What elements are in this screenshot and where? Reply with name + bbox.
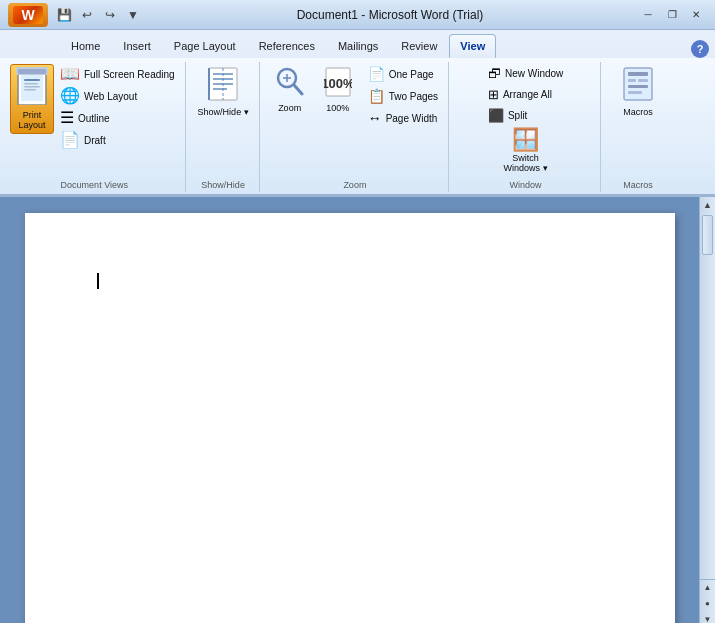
svg-rect-26	[628, 91, 642, 94]
scroll-track[interactable]	[700, 213, 715, 579]
ribbon-content: PrintLayout 📖 Full Screen Reading 🌐 Web …	[0, 58, 715, 196]
one-page-icon: 📄	[368, 66, 385, 82]
svg-rect-3	[24, 83, 38, 85]
one-page-button[interactable]: 📄 One Page	[364, 64, 442, 84]
save-quick-button[interactable]: 💾	[54, 5, 74, 25]
outline-button[interactable]: ☰ Outline	[56, 108, 179, 128]
full-screen-reading-button[interactable]: 📖 Full Screen Reading	[56, 64, 179, 84]
zoom-100-icon: 100%	[324, 66, 352, 103]
switch-windows-button[interactable]: 🪟 SwitchWindows ▾	[496, 125, 556, 176]
split-button[interactable]: ⬛ Split	[484, 106, 531, 125]
document-area: ▲ ▲ ● ▼ ▼	[0, 197, 715, 623]
web-layout-button[interactable]: 🌐 Web Layout	[56, 86, 179, 106]
office-button[interactable]: W	[8, 3, 48, 27]
svg-rect-1	[21, 75, 43, 101]
svg-rect-7	[18, 69, 46, 74]
help-button[interactable]: ?	[691, 40, 709, 58]
full-screen-icon: 📖	[60, 66, 80, 82]
macros-content: Macros	[616, 64, 660, 178]
page-width-icon: ↔	[368, 110, 382, 126]
document-page[interactable]	[25, 213, 675, 623]
show-hide-content: Show/Hide ▾	[194, 64, 253, 178]
zoom-100-label: 100%	[326, 104, 349, 114]
show-hide-group: Show/Hide ▾ Show/Hide	[188, 62, 260, 192]
show-hide-label: Show/Hide ▾	[198, 108, 249, 118]
new-window-button[interactable]: 🗗 New Window	[484, 64, 567, 83]
document-views-label: Document Views	[61, 180, 128, 190]
svg-rect-22	[628, 72, 648, 76]
web-layout-label: Web Layout	[84, 91, 137, 102]
switch-windows-icon: 🪟	[512, 127, 539, 153]
document-scroll-area[interactable]	[0, 197, 699, 623]
title-left: W 💾 ↩ ↪ ▼	[8, 3, 143, 27]
redo-quick-button[interactable]: ↪	[100, 5, 120, 25]
scroll-up-arrow[interactable]: ▲	[700, 197, 715, 213]
text-cursor	[97, 273, 99, 289]
scroll-thumb[interactable]	[702, 215, 713, 255]
ribbon: Home Insert Page Layout References Maili…	[0, 30, 715, 197]
switch-windows-label: SwitchWindows ▾	[504, 154, 548, 174]
zoom-100-button[interactable]: 100% 100%	[316, 64, 360, 116]
restore-button[interactable]: ❐	[661, 6, 683, 24]
zoom-content: Zoom 100% 100% 📄 One Page	[268, 64, 442, 178]
window-group-label: Window	[510, 180, 542, 190]
macros-group: Macros Macros	[603, 62, 673, 192]
svg-rect-4	[24, 86, 40, 88]
two-pages-label: Two Pages	[389, 91, 438, 102]
tab-references[interactable]: References	[248, 34, 326, 58]
zoom-options-col: 📄 One Page 📋 Two Pages ↔ Page Width	[364, 64, 442, 128]
arrange-all-label: Arrange All	[503, 89, 552, 100]
show-hide-button[interactable]: Show/Hide ▾	[194, 64, 253, 120]
view-options-col: 📖 Full Screen Reading 🌐 Web Layout ☰ Out…	[56, 64, 179, 150]
tab-insert[interactable]: Insert	[112, 34, 162, 58]
zoom-label: Zoom	[278, 104, 301, 114]
macros-label: Macros	[623, 108, 653, 118]
document-views-content: PrintLayout 📖 Full Screen Reading 🌐 Web …	[10, 64, 179, 178]
tab-home[interactable]: Home	[60, 34, 111, 58]
draft-label: Draft	[84, 135, 106, 146]
svg-rect-2	[24, 79, 40, 81]
arrange-all-button[interactable]: ⊞ Arrange All	[484, 85, 556, 104]
print-layout-label: PrintLayout	[18, 111, 45, 131]
page-width-button[interactable]: ↔ Page Width	[364, 108, 442, 128]
close-button[interactable]: ✕	[685, 6, 707, 24]
tab-view[interactable]: View	[449, 34, 496, 58]
full-screen-label: Full Screen Reading	[84, 69, 175, 80]
svg-rect-5	[24, 89, 36, 91]
window-content: 🗗 New Window ⊞ Arrange All ⬛ Split	[484, 64, 567, 125]
quick-access-dropdown[interactable]: ▼	[123, 5, 143, 25]
minimize-button[interactable]: ─	[637, 6, 659, 24]
zoom-icon	[276, 66, 304, 103]
one-page-label: One Page	[389, 69, 434, 80]
svg-rect-24	[638, 79, 648, 82]
undo-quick-button[interactable]: ↩	[77, 5, 97, 25]
draft-button[interactable]: 📄 Draft	[56, 130, 179, 150]
new-window-label: New Window	[505, 68, 563, 79]
scroll-center-btn[interactable]: ●	[700, 596, 715, 612]
macros-icon	[622, 66, 654, 107]
web-layout-icon: 🌐	[60, 88, 80, 104]
scroll-up2-arrow[interactable]: ▲	[700, 580, 715, 596]
tab-mailings[interactable]: Mailings	[327, 34, 389, 58]
svg-text:100%: 100%	[324, 76, 352, 91]
split-label: Split	[508, 110, 527, 121]
macros-group-label: Macros	[623, 180, 653, 190]
zoom-button[interactable]: Zoom	[268, 64, 312, 116]
ribbon-tabs: Home Insert Page Layout References Maili…	[0, 30, 715, 58]
outline-label: Outline	[78, 113, 110, 124]
tab-page-layout[interactable]: Page Layout	[163, 34, 247, 58]
zoom-group: Zoom 100% 100% 📄 One Page	[262, 62, 449, 192]
tab-review[interactable]: Review	[390, 34, 448, 58]
svg-rect-25	[628, 85, 648, 88]
page-width-label: Page Width	[386, 113, 438, 124]
title-bar: W 💾 ↩ ↪ ▼ Document1 - Microsoft Word (Tr…	[0, 0, 715, 30]
two-pages-icon: 📋	[368, 88, 385, 104]
draft-icon: 📄	[60, 132, 80, 148]
vertical-scrollbar[interactable]: ▲ ▲ ● ▼ ▼	[699, 197, 715, 623]
macros-button[interactable]: Macros	[616, 64, 660, 120]
two-pages-button[interactable]: 📋 Two Pages	[364, 86, 442, 106]
office-logo: W	[21, 7, 34, 23]
scroll-down2-arrow[interactable]: ▼	[700, 612, 715, 623]
window-controls: ─ ❐ ✕	[637, 6, 707, 24]
print-layout-button[interactable]: PrintLayout	[10, 64, 54, 134]
